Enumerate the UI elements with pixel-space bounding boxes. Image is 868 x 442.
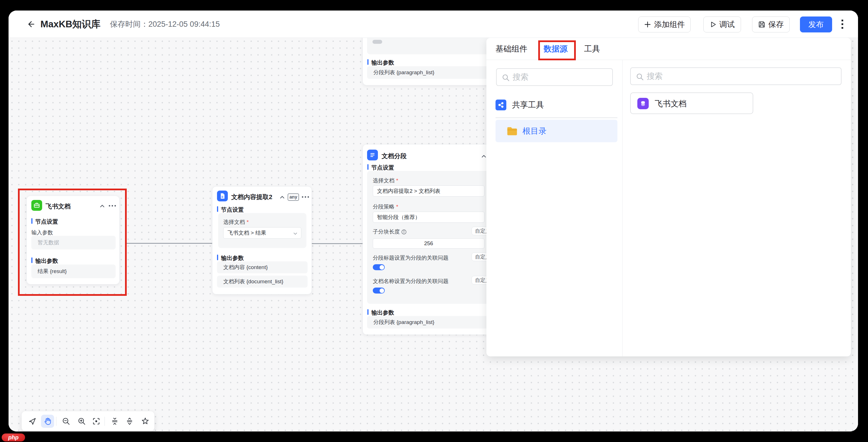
chunk-length-input[interactable]: 256 bbox=[373, 238, 485, 248]
pan-hand-icon[interactable] bbox=[41, 415, 54, 428]
save-button[interactable]: 保存 bbox=[752, 16, 790, 32]
left-column-divider bbox=[496, 117, 617, 118]
toolbar-divider bbox=[104, 417, 105, 426]
add-component-button[interactable]: 添加组件 bbox=[638, 16, 690, 32]
output-params-header: 输出参数 bbox=[367, 59, 394, 67]
required-mark: * bbox=[396, 204, 398, 210]
search-icon bbox=[502, 74, 510, 81]
select-doc-label: 选择文档* bbox=[223, 218, 249, 226]
select-doc-dropdown[interactable]: 飞书文档 > 结果 bbox=[223, 227, 301, 239]
node-feishu-doc[interactable]: 飞书文档 节点设置 输入参数 暂无数据 输出参数 结果 {result} bbox=[27, 196, 120, 284]
required-mark: * bbox=[247, 219, 249, 225]
shared-tools-item[interactable]: 共享工具 bbox=[496, 100, 544, 110]
select-cursor-icon[interactable] bbox=[26, 415, 39, 428]
strategy-dropdown[interactable]: 智能分段（推荐） bbox=[373, 212, 485, 223]
output-params-header: 输出参数 bbox=[367, 309, 394, 316]
node-settings-header: 节点设置 bbox=[31, 218, 58, 226]
output-params-header: 输出参数 bbox=[31, 257, 58, 265]
component-panel: 基础组件 数据源 工具 共享工具 根目录 bbox=[487, 38, 851, 356]
search-input[interactable] bbox=[647, 68, 838, 84]
align-expand-vertical-icon[interactable] bbox=[123, 415, 136, 428]
more-menu-icon[interactable] bbox=[839, 19, 846, 30]
plus-icon bbox=[644, 21, 651, 28]
shared-tools-icon bbox=[496, 100, 506, 110]
save-icon bbox=[758, 21, 766, 28]
name-assoc-toggle[interactable] bbox=[373, 287, 385, 294]
play-icon bbox=[710, 21, 716, 28]
datasource-search[interactable] bbox=[496, 68, 613, 86]
beautify-layout-icon[interactable] bbox=[139, 415, 152, 428]
collapse-icon[interactable] bbox=[98, 202, 106, 211]
node-settings-header: 节点设置 bbox=[217, 206, 244, 214]
toggle-off-partial[interactable] bbox=[372, 40, 382, 44]
back-icon[interactable] bbox=[26, 20, 35, 30]
shared-tools-label: 共享工具 bbox=[512, 100, 544, 110]
save-time-label: 保存时间：2025-12-05 09:44:15 bbox=[110, 10, 220, 38]
tab-datasource[interactable]: 数据源 bbox=[544, 38, 567, 60]
edge-feishu-extract bbox=[127, 243, 213, 244]
collapse-icon[interactable] bbox=[279, 194, 286, 202]
output-content: 文档内容 {content} bbox=[217, 261, 308, 273]
node-settings-section bbox=[367, 38, 494, 54]
root-directory-item[interactable]: 根目录 bbox=[496, 120, 617, 142]
name-assoc-label: 文档名称设置为分段的关联问题 bbox=[373, 278, 448, 285]
canvas-toolbar bbox=[22, 411, 154, 431]
output-params-header: 输出参数 bbox=[217, 254, 244, 262]
fit-view-icon[interactable] bbox=[90, 415, 103, 428]
chunk-length-label: 子分块长度 bbox=[373, 228, 407, 236]
feishu-doc-icon bbox=[31, 200, 42, 211]
select-doc-dropdown[interactable]: 文档内容提取2 > 文档列表 bbox=[373, 185, 485, 197]
node-title: 文档内容提取2 bbox=[231, 193, 272, 201]
title-assoc-toggle[interactable] bbox=[373, 264, 385, 270]
page-title: MaxKB知识库 bbox=[40, 10, 100, 38]
any-type-badge: any bbox=[288, 194, 299, 201]
output-paragraph-list: 分段列表 {paragraph_list} bbox=[367, 316, 494, 329]
panel-tabbar: 基础组件 数据源 工具 bbox=[487, 38, 851, 60]
app-window: 输出参数 分段列表 {paragraph_list} 飞书文档 节点设置 输入参… bbox=[8, 10, 858, 432]
top-header: MaxKB知识库 保存时间：2025-12-05 09:44:15 添加组件 调… bbox=[8, 10, 858, 38]
tab-tools[interactable]: 工具 bbox=[584, 38, 600, 60]
node-doc-content-extract[interactable]: 文档内容提取2 any 节点设置 选择文档* 飞书文档 > 结果 输出参数 文档… bbox=[212, 186, 312, 294]
node-menu-icon[interactable] bbox=[109, 205, 116, 206]
doc-extract-icon bbox=[217, 191, 228, 201]
strategy-label: 分段策略* bbox=[373, 203, 398, 210]
title-assoc-label: 分段标题设置为分段的关联问题 bbox=[373, 254, 448, 262]
root-directory-label: 根目录 bbox=[523, 120, 547, 142]
output-result: 结果 {result} bbox=[31, 265, 116, 278]
datasource-list-search[interactable] bbox=[630, 67, 841, 85]
chevron-down-icon bbox=[293, 231, 298, 236]
node-title: 文档分段 bbox=[381, 152, 407, 161]
zoom-in-icon[interactable] bbox=[75, 415, 88, 428]
node-title: 飞书文档 bbox=[45, 202, 71, 211]
node-menu-icon[interactable] bbox=[302, 196, 309, 198]
doc-split-icon bbox=[367, 149, 378, 161]
search-icon bbox=[636, 73, 644, 81]
align-compress-vertical-icon[interactable] bbox=[108, 415, 121, 428]
debug-button[interactable]: 调试 bbox=[704, 16, 741, 32]
edge-extract-split bbox=[312, 243, 363, 244]
node-settings-header: 节点设置 bbox=[367, 164, 394, 171]
select-doc-label: 选择文档* bbox=[373, 177, 398, 184]
output-doclist: 文档列表 {document_list} bbox=[217, 276, 308, 287]
node-document-split-partial[interactable]: 输出参数 分段列表 {paragraph_list} bbox=[363, 38, 498, 85]
no-data-box: 暂无数据 bbox=[31, 236, 116, 249]
tab-basic-components[interactable]: 基础组件 bbox=[496, 38, 527, 60]
datasource-card-feishu[interactable]: 飞书文档 bbox=[630, 93, 753, 114]
folder-icon bbox=[507, 126, 518, 136]
info-icon bbox=[401, 229, 407, 235]
output-paragraph-list: 分段列表 {paragraph_list} bbox=[367, 66, 494, 79]
datasource-card-label: 飞书文档 bbox=[655, 93, 687, 115]
publish-button[interactable]: 发布 bbox=[800, 16, 832, 32]
php-watermark: php bbox=[2, 434, 25, 441]
search-input[interactable] bbox=[513, 69, 610, 85]
input-params-label: 输入参数 bbox=[31, 229, 53, 236]
zoom-out-icon[interactable] bbox=[60, 415, 73, 428]
required-mark: * bbox=[396, 177, 398, 183]
feishu-datasource-icon bbox=[637, 98, 649, 109]
toolbar-divider bbox=[56, 417, 56, 426]
node-document-split[interactable]: 文档分段 节点设置 选择文档* 文档内容提取2 > 文档列表 分段策略* 智能分… bbox=[363, 144, 498, 335]
